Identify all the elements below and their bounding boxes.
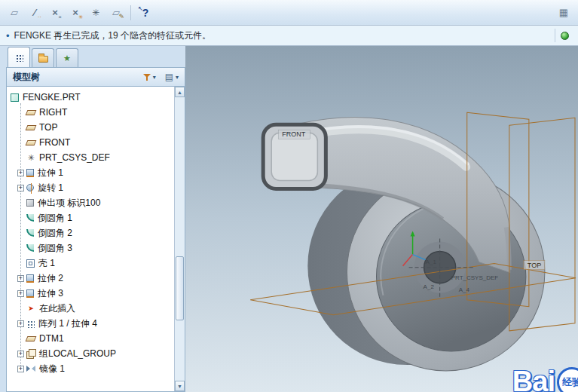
datum-plane-icon xyxy=(26,336,37,341)
expand-icon[interactable]: + xyxy=(17,320,24,327)
message-bar: • FENGKE 再生已完成，19 个隐含的特征或元件。 xyxy=(0,26,578,46)
datum-plane-button[interactable] xyxy=(5,4,24,22)
chevron-down-icon: ▾ xyxy=(176,74,179,81)
graphics-area[interactable]: FRONT TOP PRT_CSYS_DEF A_1 A_2 A_4 Bai 经… xyxy=(185,46,578,392)
model-tree: FENGKE.PRT RIGHT TOP xyxy=(6,87,185,392)
filter-icon xyxy=(143,73,151,81)
datum-axis-button[interactable] xyxy=(25,4,44,22)
chevron-down-icon: ▾ xyxy=(153,74,156,81)
favorites-tab[interactable] xyxy=(56,48,78,67)
context-help-button[interactable] xyxy=(136,4,155,22)
axis-a1-tag[interactable]: A_1 xyxy=(426,259,437,265)
tree-item-extrude-3[interactable]: + 拉伸 3 xyxy=(7,286,174,301)
navigator-tabs xyxy=(6,46,185,67)
message-bullet: • xyxy=(6,30,10,41)
pattern-icon xyxy=(26,320,35,328)
expand-icon[interactable]: + xyxy=(17,170,24,176)
group-icon xyxy=(26,349,35,358)
watermark-badge: 经验 xyxy=(557,367,578,392)
tree-item-round-1[interactable]: 倒圆角 1 xyxy=(7,210,174,225)
datum-plane-icon xyxy=(26,110,37,115)
tree-item-revolve-1[interactable]: + 旋转 1 xyxy=(7,180,174,195)
expand-icon[interactable]: + xyxy=(17,351,24,357)
front-datum-tag[interactable]: FRONT xyxy=(282,130,305,138)
sketch-button[interactable] xyxy=(106,4,126,22)
revolve-icon xyxy=(26,184,34,191)
panel-title: 模型树 xyxy=(13,71,40,84)
csys-icon xyxy=(26,153,35,162)
expand-icon[interactable]: + xyxy=(17,366,24,372)
tree-item-csys[interactable]: PRT_CSYS_DEF xyxy=(7,150,174,165)
extrude-icon xyxy=(26,169,34,176)
message-bar-separator xyxy=(555,29,555,42)
tree-item-pattern[interactable]: + 阵列 1 / 拉伸 4 xyxy=(7,316,174,331)
toolbar-separator xyxy=(130,5,131,20)
navigator-panel: 模型树 ▾ ▾ FENGKE.PRT xyxy=(0,46,185,392)
tree-item-group[interactable]: + 组LOCAL_GROUP xyxy=(7,346,174,361)
axis-a2-tag[interactable]: A_2 xyxy=(424,283,435,290)
tree-item-mirror[interactable]: + 镜像 1 xyxy=(7,361,174,376)
tree-item-right[interactable]: RIGHT xyxy=(7,105,174,120)
scroll-down-icon[interactable] xyxy=(175,381,185,391)
round-icon xyxy=(26,244,34,252)
app-window: • FENGKE 再生已完成，19 个隐含的特征或元件。 模型树 xyxy=(0,0,578,392)
3d-viewport[interactable]: FRONT TOP PRT_CSYS_DEF A_1 A_2 A_4 xyxy=(185,46,578,392)
regen-status-icon[interactable] xyxy=(561,32,569,40)
part-icon xyxy=(11,93,19,102)
tree-settings-button[interactable]: ▾ xyxy=(162,69,182,84)
mirror-icon xyxy=(26,364,35,373)
watermark-text: Bai xyxy=(512,366,555,392)
scroll-up-icon[interactable] xyxy=(175,87,185,97)
tree-item-round-3[interactable]: 倒圆角 3 xyxy=(7,240,174,256)
protrusion-icon xyxy=(26,199,34,207)
datum-point-button[interactable] xyxy=(45,4,65,22)
expand-icon[interactable]: + xyxy=(17,290,24,297)
model-tree-header: 模型树 ▾ ▾ xyxy=(6,67,185,87)
folder-icon xyxy=(38,56,48,63)
tree-item-shell[interactable]: 壳 1 xyxy=(7,256,174,271)
folder-browser-tab[interactable] xyxy=(32,48,54,67)
tree-item-front[interactable]: FRONT xyxy=(7,135,174,150)
round-icon xyxy=(26,214,34,222)
axis-a4-tag[interactable]: A_4 xyxy=(459,286,470,293)
list-icon xyxy=(165,72,173,82)
scrollbar-thumb[interactable] xyxy=(176,256,184,320)
tree-item-dtm1[interactable]: DTM1 xyxy=(7,331,174,346)
tree-item-extrude-1[interactable]: + 拉伸 1 xyxy=(7,165,174,180)
datum-csys-button[interactable] xyxy=(86,4,106,22)
expand-icon[interactable]: + xyxy=(17,275,24,282)
regeneration-message: FENGKE 再生已完成，19 个隐含的特征或元件。 xyxy=(14,29,211,42)
tree-item-protrusion[interactable]: 伸出项 标识100 xyxy=(7,195,174,210)
datum-plane-icon xyxy=(26,125,37,130)
toolbar-overflow-button[interactable] xyxy=(554,4,573,22)
shell-icon xyxy=(26,259,35,268)
tree-item-insert-here[interactable]: 在此插入 xyxy=(7,301,174,316)
top-toolbar xyxy=(0,0,578,26)
insert-here-icon xyxy=(26,304,35,313)
extrude-icon xyxy=(26,274,34,282)
extrude-icon xyxy=(26,289,34,297)
datum-point-alt-button[interactable] xyxy=(66,4,85,22)
round-icon xyxy=(26,229,34,237)
tree-item-top[interactable]: TOP xyxy=(7,120,174,135)
datum-plane-icon xyxy=(26,140,37,145)
tree-item-round-2[interactable]: 倒圆角 2 xyxy=(7,225,174,240)
tree-filter-button[interactable]: ▾ xyxy=(140,71,159,84)
tree-scrollbar[interactable] xyxy=(174,87,185,391)
model-tree-tab[interactable] xyxy=(8,47,30,67)
star-icon xyxy=(63,53,71,63)
top-datum-tag[interactable]: TOP xyxy=(528,262,541,269)
model-tree-icon xyxy=(15,54,23,62)
expand-icon[interactable]: + xyxy=(17,185,24,191)
watermark: Bai 经验 xyxy=(512,366,578,392)
csys-tag[interactable]: PRT_CSYS_DEF xyxy=(451,274,499,281)
tree-item-part[interactable]: FENGKE.PRT xyxy=(7,90,174,105)
tree-item-extrude-2[interactable]: + 拉伸 2 xyxy=(7,271,174,286)
